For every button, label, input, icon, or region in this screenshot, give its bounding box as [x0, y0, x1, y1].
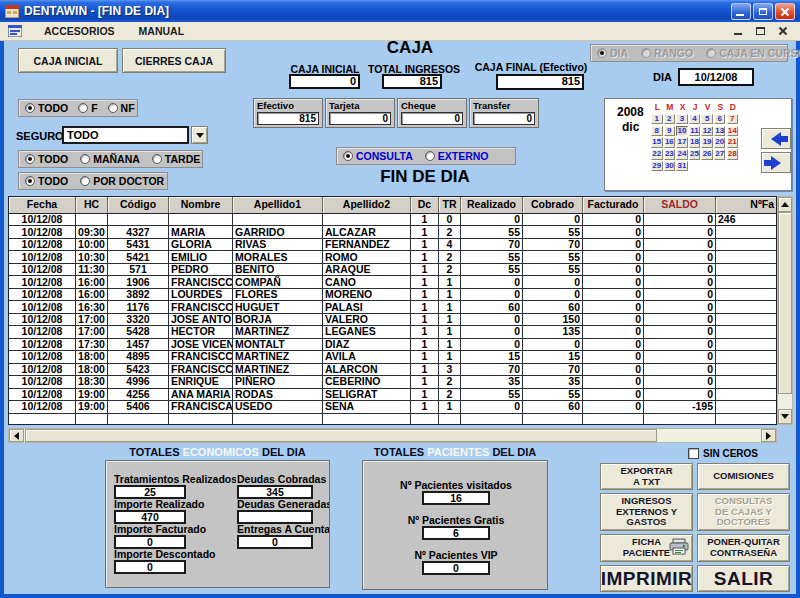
minimize-button[interactable] — [731, 3, 751, 20]
calendar-day[interactable]: 21 — [727, 137, 739, 148]
table-horizontal-scrollbar[interactable] — [8, 428, 777, 443]
calendar-day[interactable]: 4 — [689, 114, 701, 125]
close-button[interactable] — [775, 3, 795, 20]
calendar-prev-button[interactable] — [761, 128, 791, 149]
table-row[interactable]: 10/12/0819:004256ANA MARIARODASSELIGRAT1… — [9, 389, 776, 401]
calendar-day[interactable]: 14 — [727, 126, 739, 137]
table-row[interactable]: 10/12/0816:301176FRANCISCCHUGUETPALASI11… — [9, 301, 776, 313]
total-field-value[interactable]: 0 — [422, 561, 490, 575]
table-row[interactable]: 10/12/0816:003892LOURDESFLORESMORENO1100… — [9, 289, 776, 301]
radio-todo[interactable]: TODO — [25, 153, 68, 165]
sin-ceros-checkbox[interactable] — [688, 448, 699, 459]
calendar-day[interactable]: 1 — [651, 114, 663, 125]
calendar-day[interactable]: 18 — [689, 137, 701, 148]
total-field-value[interactable]: 345 — [237, 485, 313, 499]
seguro-dropdown-button[interactable] — [191, 126, 208, 144]
radio-caja-en-curso[interactable]: CAJA EN CURSO — [706, 47, 800, 59]
payment-value-field[interactable]: 815 — [257, 112, 319, 125]
column-header-apellido2[interactable]: Apellido2 — [323, 197, 411, 213]
table-row[interactable]: 10/12/0811:30571PEDROBENITOARAQUE1255550… — [9, 264, 776, 276]
table-row[interactable]: 10/12/0816:001906FRANCISCCCOMPAÑCANO1100… — [9, 276, 776, 288]
payment-value-field[interactable]: 0 — [401, 112, 463, 125]
column-header-c-digo[interactable]: Código — [108, 197, 169, 213]
calendar-day[interactable]: 13 — [714, 126, 726, 137]
action-ficha[interactable]: FICHA PACIENTE — [600, 534, 693, 562]
caja-final-field[interactable]: 815 — [496, 74, 584, 90]
calendar-day[interactable]: 25 — [689, 149, 701, 160]
vertical-scroll-thumb[interactable] — [778, 212, 792, 394]
column-header-n-fa[interactable]: NºFa — [716, 197, 777, 213]
calendar-day[interactable]: 20 — [714, 137, 726, 148]
radio-consulta[interactable]: CONSULTA — [343, 150, 413, 162]
table-row[interactable]: 10/12/0810:005431GLORIARIVASFERNANDEZ147… — [9, 239, 776, 251]
total-ingresos-field[interactable]: 815 — [382, 74, 442, 89]
action-imprimir[interactable]: IMPRIMIR — [600, 565, 693, 592]
scroll-right-button[interactable] — [761, 429, 776, 442]
caja-inicial-button[interactable]: CAJA INICIAL — [18, 48, 118, 73]
table-row[interactable]: 10/12/0817:301457JOSE VICENMONTALTDIAZ11… — [9, 339, 776, 351]
dia-date-field[interactable]: 10/12/08 — [678, 68, 754, 86]
radio-todo[interactable]: TODO — [25, 102, 68, 114]
action-exportar[interactable]: EXPORTAR A TXT — [600, 463, 693, 490]
calendar-day[interactable]: 6 — [714, 114, 726, 125]
table-row[interactable]: 10/12/0817:005428HECTORMARTINEZLEGANES11… — [9, 326, 776, 338]
table-row[interactable]: 10/12/08100000246 — [9, 214, 776, 226]
table-vertical-scrollbar[interactable] — [777, 196, 793, 425]
horizontal-scroll-thumb[interactable] — [25, 429, 657, 442]
mdi-close-button[interactable] — [776, 25, 790, 37]
column-header-apellido1[interactable]: Apellido1 — [233, 197, 323, 213]
calendar-day[interactable]: 27 — [714, 149, 726, 160]
radio-rango[interactable]: RANGO — [641, 47, 693, 59]
table-row[interactable]: 10/12/0809:304327MARIAGARRIDOALCAZAR1255… — [9, 226, 776, 238]
scroll-left-button[interactable] — [9, 429, 24, 442]
radio-externo[interactable]: EXTERNO — [425, 150, 489, 162]
table-row[interactable]: 10/12/0818:004895FRANCISCCMARTINEZAVILA1… — [9, 351, 776, 363]
column-header-realizado[interactable]: Realizado — [461, 197, 523, 213]
column-header-facturado[interactable]: Facturado — [583, 197, 644, 213]
radio-dia[interactable]: DIA — [597, 47, 628, 59]
calendar-day[interactable]: 5 — [701, 114, 713, 125]
column-header-cobrado[interactable]: Cobrado — [523, 197, 583, 213]
calendar-day[interactable]: 9 — [664, 126, 676, 137]
calendar-day[interactable]: 2 — [664, 114, 676, 125]
column-header-hc[interactable]: HC — [76, 197, 108, 213]
total-field-value[interactable] — [237, 510, 313, 524]
calendar-day[interactable]: 3 — [676, 114, 688, 125]
mdi-minimize-button[interactable] — [732, 25, 746, 37]
calendar-day[interactable]: 19 — [701, 137, 713, 148]
table-row[interactable]: 10/12/0817:003320JOSE ANTOBORJAVALERO110… — [9, 314, 776, 326]
radio-f[interactable]: F — [78, 102, 97, 114]
calendar-day[interactable]: 31 — [676, 161, 688, 172]
menu-accesorios[interactable]: ACCESORIOS — [44, 25, 115, 37]
menu-manual[interactable]: MANUAL — [139, 25, 185, 37]
total-field-value[interactable]: 16 — [422, 491, 490, 505]
action-salir[interactable]: SALIR — [697, 565, 790, 592]
total-field-value[interactable]: 0 — [237, 535, 313, 549]
radio-ma-ana[interactable]: MAÑANA — [80, 153, 140, 165]
payment-value-field[interactable]: 0 — [473, 112, 535, 125]
total-field-value[interactable]: 25 — [114, 485, 186, 499]
action-consultas[interactable]: CONSULTAS DE CAJAS Y DOCTORES — [697, 493, 790, 531]
maximize-button[interactable] — [753, 3, 773, 20]
table-row[interactable]: 10/12/0818:304996ENRIQUEPIÑEROCEBERINO12… — [9, 376, 776, 388]
column-header-fecha[interactable]: Fecha — [9, 197, 76, 213]
calendar-day[interactable]: 10 — [676, 126, 688, 137]
total-field-value[interactable]: 0 — [114, 560, 186, 574]
payment-value-field[interactable]: 0 — [329, 112, 391, 125]
column-header-dc[interactable]: Dc — [411, 197, 439, 213]
action-comisiones[interactable]: COMISIONES — [697, 463, 790, 490]
calendar-day[interactable]: 15 — [651, 137, 663, 148]
action-poner-quitar[interactable]: PONER-QUITAR CONTRASEÑA — [697, 534, 790, 562]
table-row[interactable] — [9, 414, 776, 425]
calendar-day[interactable]: 22 — [651, 149, 663, 160]
column-header-tr[interactable]: TR — [439, 197, 461, 213]
radio-tarde[interactable]: TARDE — [152, 153, 200, 165]
scroll-up-button[interactable] — [778, 197, 792, 212]
calendar-day[interactable]: 29 — [651, 161, 663, 172]
table-row[interactable]: 10/12/0810:305421EMILIOMORALESROMO125555… — [9, 251, 776, 263]
calendar-day[interactable]: 30 — [664, 161, 676, 172]
calendar-day[interactable]: 26 — [701, 149, 713, 160]
total-field-value[interactable]: 0 — [114, 535, 186, 549]
action-ingresos[interactable]: INGRESOS EXTERNOS Y GASTOS — [600, 493, 693, 531]
column-header-saldo[interactable]: SALDO — [644, 197, 716, 213]
